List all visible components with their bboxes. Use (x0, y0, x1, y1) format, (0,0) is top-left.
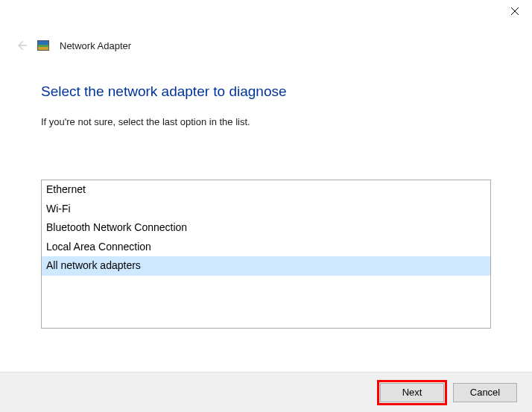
next-button[interactable]: Next (380, 383, 444, 402)
header-row: Network Adapter (0, 24, 532, 54)
next-button-highlight: Next (377, 380, 447, 405)
page-subtext: If you're not sure, select the last opti… (41, 116, 491, 127)
adapter-listbox[interactable]: Ethernet Wi-Fi Bluetooth Network Connect… (41, 180, 491, 329)
back-arrow-icon (16, 39, 28, 51)
close-button[interactable] (498, 0, 532, 22)
list-item[interactable]: Wi-Fi (42, 200, 490, 219)
back-button (13, 37, 30, 54)
cancel-button[interactable]: Cancel (453, 383, 517, 402)
network-adapter-icon (37, 40, 49, 51)
list-item[interactable]: Local Area Connection (42, 238, 490, 257)
content-area: Select the network adapter to diagnose I… (0, 54, 532, 329)
list-item[interactable]: Ethernet (42, 180, 490, 200)
close-icon (510, 7, 519, 16)
titlebar (0, 0, 532, 24)
page-heading: Select the network adapter to diagnose (41, 83, 491, 100)
footer: Next Cancel (0, 372, 532, 412)
list-item[interactable]: Bluetooth Network Connection (42, 218, 490, 238)
list-item[interactable]: All network adapters (42, 256, 490, 276)
window-title: Network Adapter (60, 40, 131, 51)
